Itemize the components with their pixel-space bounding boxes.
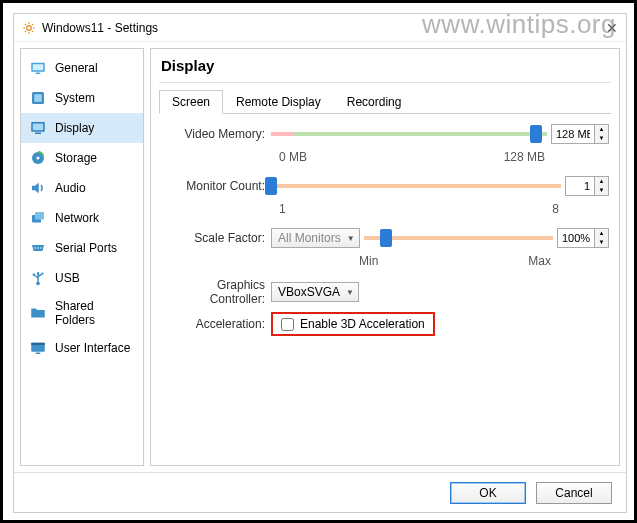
sidebar-item-label: System [55,91,95,105]
chevron-down-icon: ▼ [346,288,354,297]
mc-max-label: 8 [552,202,559,216]
svg-rect-16 [35,133,41,135]
divider [159,82,611,83]
svg-line-8 [32,23,33,24]
video-memory-label: Video Memory: [161,127,271,141]
monitor-count-slider[interactable] [271,177,561,195]
cancel-button[interactable]: Cancel [536,482,612,504]
sidebar-item-label: USB [55,271,80,285]
close-icon[interactable]: ✕ [606,20,618,36]
scale-monitors-value: All Monitors [278,231,341,245]
sidebar-item-serial[interactable]: Serial Ports [21,233,143,263]
ui-icon [29,339,47,357]
svg-rect-10 [33,64,44,70]
sidebar-item-label: Storage [55,151,97,165]
spin-up-icon[interactable]: ▲ [595,229,608,238]
monitor-count-value[interactable] [566,180,594,192]
svg-rect-31 [31,343,45,345]
tab-remote-display[interactable]: Remote Display [223,90,334,114]
tabs: Screen Remote Display Recording [159,89,611,114]
sidebar-item-audio[interactable]: Audio [21,173,143,203]
chevron-down-icon: ▼ [347,234,355,243]
spin-down-icon[interactable]: ▼ [595,134,608,143]
sidebar-item-display[interactable]: Display [21,113,143,143]
ok-button[interactable]: OK [450,482,526,504]
svg-point-24 [36,281,40,285]
svg-line-7 [25,30,26,31]
sidebar-item-network[interactable]: Network [21,203,143,233]
network-icon [29,209,47,227]
svg-rect-27 [33,274,35,276]
system-icon [29,89,47,107]
svg-rect-15 [33,124,44,131]
footer: OK Cancel [14,472,626,512]
spin-down-icon[interactable]: ▼ [595,186,608,195]
scale-factor-value[interactable] [558,232,594,244]
spin-up-icon[interactable]: ▲ [595,177,608,186]
display-icon [29,119,47,137]
tab-recording[interactable]: Recording [334,90,415,114]
sidebar-item-storage[interactable]: Storage [21,143,143,173]
svg-rect-11 [36,73,41,75]
monitor-count-spin[interactable]: ▲▼ [565,176,609,196]
svg-point-0 [27,25,32,30]
svg-point-22 [37,247,39,249]
sidebar-item-label: Audio [55,181,86,195]
svg-line-6 [32,30,33,31]
svg-rect-13 [34,94,42,102]
svg-point-29 [41,272,43,274]
enable-3d-acceleration-label: Enable 3D Acceleration [300,317,425,331]
sidebar-item-label: Network [55,211,99,225]
storage-icon [29,149,47,167]
scale-factor-spin[interactable]: ▲▼ [557,228,609,248]
sidebar-item-usb[interactable]: USB [21,263,143,293]
svg-point-23 [40,247,42,249]
scale-monitors-dropdown[interactable]: All Monitors ▼ [271,228,360,248]
monitor-count-label: Monitor Count: [161,179,271,193]
sidebar-item-label: Serial Ports [55,241,117,255]
svg-rect-20 [35,212,44,220]
sidebar-item-shared[interactable]: Shared Folders [21,293,143,333]
sidebar-item-ui[interactable]: User Interface [21,333,143,363]
graphics-controller-label: Graphics Controller: [161,278,271,306]
video-memory-slider[interactable] [271,125,547,143]
enable-3d-acceleration-option[interactable]: Enable 3D Acceleration [271,312,435,336]
video-memory-value[interactable] [552,128,594,140]
sidebar-item-general[interactable]: General [21,53,143,83]
graphics-controller-dropdown[interactable]: VBoxSVGA ▼ [271,282,359,302]
gear-icon [22,21,36,35]
usb-icon [29,269,47,287]
svg-rect-32 [36,353,41,355]
sidebar-item-label: Shared Folders [55,299,135,327]
sidebar: General System Display Storage Audio Net… [20,48,144,466]
scale-factor-slider[interactable] [364,229,553,247]
vm-min-label: 0 MB [279,150,307,164]
scale-factor-label: Scale Factor: [161,231,271,245]
sidebar-item-label: Display [55,121,94,135]
folder-icon [29,304,47,322]
svg-line-5 [25,23,26,24]
video-memory-spin[interactable]: ▲▼ [551,124,609,144]
spin-down-icon[interactable]: ▼ [595,238,608,247]
serial-icon [29,239,47,257]
audio-icon [29,179,47,197]
sidebar-item-label: General [55,61,98,75]
enable-3d-acceleration-checkbox[interactable] [281,318,294,331]
settings-window: Windows11 - Settings ✕ General System Di… [13,13,627,513]
page-title: Display [151,49,619,82]
window-title: Windows11 - Settings [42,21,600,35]
general-icon [29,59,47,77]
mc-min-label: 1 [279,202,286,216]
sidebar-item-label: User Interface [55,341,130,355]
main-panel: Display Screen Remote Display Recording … [150,48,620,466]
vm-max-label: 128 MB [504,150,545,164]
svg-point-21 [34,247,36,249]
graphics-controller-value: VBoxSVGA [278,285,340,299]
spin-up-icon[interactable]: ▲ [595,125,608,134]
acceleration-label: Acceleration: [161,317,271,331]
titlebar: Windows11 - Settings ✕ [14,14,626,42]
tab-screen[interactable]: Screen [159,90,223,114]
sidebar-item-system[interactable]: System [21,83,143,113]
svg-point-18 [37,157,40,160]
sf-max-label: Max [528,254,551,268]
